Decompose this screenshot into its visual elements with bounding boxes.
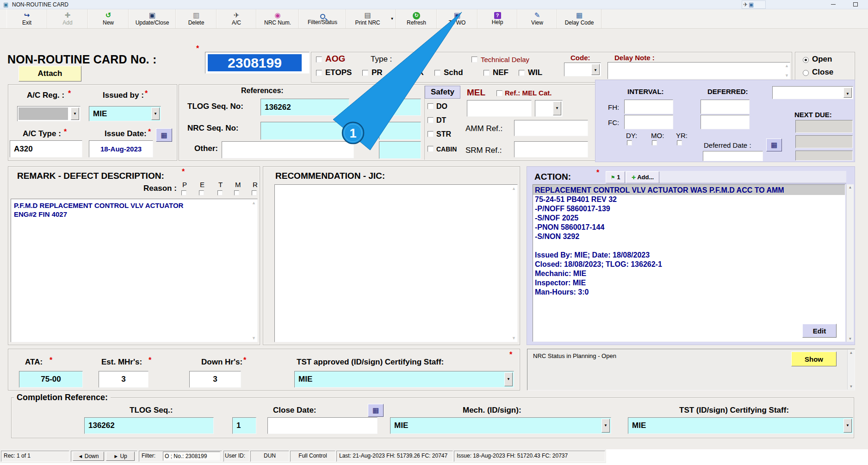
refresh-button[interactable]: ↻Refresh (396, 9, 437, 28)
mel-ref-checkbox[interactable] (496, 90, 502, 96)
open-radio[interactable] (803, 57, 809, 63)
attach-button[interactable]: Attach (19, 66, 81, 82)
scroll-up-hint-icon[interactable]: ▲ (252, 201, 256, 205)
ata-field[interactable]: 75-00 (19, 371, 83, 388)
deferred-date-field[interactable] (703, 151, 763, 161)
origin-field-2[interactable] (379, 122, 421, 140)
safety-dt-checkbox[interactable] (428, 117, 434, 123)
close-date-calendar-button[interactable]: ▦ (368, 404, 384, 417)
safety-do-checkbox[interactable] (428, 103, 434, 109)
maximize-button[interactable] (845, 0, 866, 9)
delay-code-button[interactable]: ▦Delay Code (557, 9, 601, 28)
view-button[interactable]: ✎View (517, 9, 557, 28)
delete-button[interactable]: ▥Delete (176, 9, 217, 28)
scroll-up-arrow[interactable]: ▲ (848, 351, 855, 355)
add-button[interactable]: ✚Add (47, 9, 88, 28)
deferred-fh-field[interactable] (701, 100, 750, 114)
ac-button[interactable]: ✈A/C (217, 9, 256, 28)
scroll-down-hint-icon[interactable]: ▼ (512, 336, 516, 340)
nrc-num-button[interactable]: ◉NRC Num. (256, 9, 299, 28)
mel-field[interactable] (467, 100, 532, 117)
tst-approved-combo-arrow[interactable]: ▼ (504, 372, 513, 386)
action-edit-button[interactable]: Edit (802, 324, 837, 338)
srm-ref-field[interactable] (514, 141, 588, 157)
pr-checkbox[interactable] (362, 70, 368, 76)
nrc-seq-field[interactable] (260, 122, 368, 140)
scroll-down-hint-icon[interactable]: ▼ (252, 336, 256, 340)
ac-reg-combo-arrow[interactable]: ▼ (71, 107, 79, 120)
reason-r-checkbox[interactable] (252, 190, 257, 195)
exit-button[interactable]: ↪Exit (6, 9, 47, 28)
reason-m-checkbox[interactable] (234, 190, 239, 195)
mech-combo-arrow[interactable]: ▼ (601, 419, 610, 433)
aircraft-tool-icon[interactable]: ✈ (743, 1, 748, 8)
scroll-down-arrow[interactable]: ▼ (848, 384, 855, 389)
print-nrc-dropdown[interactable]: ▼ (389, 9, 396, 28)
interval-fh-field[interactable] (624, 100, 673, 114)
completion-seq-field[interactable]: 1 (232, 417, 256, 434)
completion-tst-combo-arrow[interactable]: ▼ (843, 419, 852, 433)
other-seq-field[interactable] (379, 141, 421, 159)
issued-by-combo-arrow[interactable]: ▼ (151, 107, 160, 120)
aog-checkbox[interactable] (316, 57, 322, 63)
issue-date-calendar-button[interactable]: ▦ (156, 128, 172, 142)
technical-delay-checkbox[interactable] (471, 57, 477, 63)
print-nrc-button[interactable]: ▤Print NRC (346, 9, 389, 28)
wil-checkbox[interactable] (519, 70, 525, 76)
planning-scrollbar[interactable]: ▲ ▼ (847, 350, 855, 390)
origin-field-1[interactable] (379, 99, 421, 116)
delay-code-combo[interactable]: ▼ (564, 63, 601, 76)
yr-checkbox[interactable] (677, 140, 682, 145)
mo-checkbox[interactable] (652, 140, 657, 145)
mel-cat-combo-arrow[interactable]: ▼ (553, 101, 561, 115)
mx-checkbox[interactable]: ✓ (403, 70, 409, 76)
mel-cat-combo[interactable]: ▼ (535, 100, 563, 117)
reason-e-checkbox[interactable] (199, 190, 204, 195)
close-radio[interactable] (803, 70, 809, 76)
action-add-tab[interactable]: ✚ Add... (626, 171, 659, 183)
recommendation-textarea[interactable]: ▲ ▼ (274, 184, 518, 342)
completion-tst-combo[interactable]: MIE ▼ (628, 417, 853, 434)
ac-type-field[interactable]: A320 (10, 140, 82, 157)
help-button[interactable]: ?Help (477, 9, 517, 28)
tlog-seq-field[interactable]: 136262 (260, 99, 349, 116)
deferred-date-calendar-button[interactable]: ▦ (766, 138, 782, 151)
window-tool-icon[interactable]: ▣ (749, 1, 754, 8)
deferred-type-combo[interactable]: ▼ (772, 86, 853, 99)
tst-approved-combo[interactable]: MIE ▼ (294, 371, 514, 388)
deferred-type-combo-arrow[interactable]: ▼ (843, 88, 852, 98)
etops-checkbox[interactable] (316, 70, 322, 76)
action-textarea[interactable]: REPLACEMENT CONTROL VLV ACTUATOR WAS P.F… (533, 184, 845, 342)
update-close-button[interactable]: ▣Update/Close (129, 9, 176, 28)
close-date-field[interactable] (267, 417, 378, 434)
completion-tlog-field[interactable]: 136262 (84, 417, 214, 434)
issue-date-field[interactable]: 18-Aug-2023 (89, 140, 153, 157)
delay-note-field[interactable]: ▲ ▼ (608, 62, 790, 79)
reason-p-checkbox[interactable] (181, 190, 186, 195)
issued-by-combo[interactable]: MIE ▼ (89, 106, 161, 121)
action-scrollbar[interactable]: ▲ ▼ (846, 184, 854, 342)
action-tab-1[interactable]: ⚑ 1 (606, 171, 625, 183)
amm-ref-field[interactable] (514, 120, 588, 136)
show-button[interactable]: Show (791, 352, 837, 366)
card-number-field[interactable]: 2308199 (205, 52, 310, 74)
to-wo-button[interactable]: ▣To WO (437, 9, 477, 28)
scroll-down-arrow[interactable]: ▼ (847, 337, 854, 341)
filter-status-button[interactable]: Filter/Status (299, 9, 346, 28)
mech-combo[interactable]: MIE ▼ (390, 417, 611, 434)
scroll-up-hint-icon[interactable]: ▲ (512, 186, 516, 191)
safety-cabin-checkbox[interactable] (428, 146, 434, 152)
other-field[interactable] (222, 141, 354, 158)
record-down-button[interactable]: ◄ Down (73, 452, 104, 461)
delay-code-combo-arrow[interactable]: ▼ (591, 64, 600, 75)
deferred-fc-field[interactable] (701, 115, 750, 129)
down-hrs-field[interactable]: 3 (189, 371, 241, 388)
schd-checkbox[interactable] (434, 70, 440, 76)
interval-fc-field[interactable] (624, 115, 673, 129)
est-mhrs-field[interactable]: 3 (99, 371, 149, 388)
record-up-button[interactable]: ► Up (106, 452, 135, 461)
reason-t-checkbox[interactable] (217, 190, 223, 195)
scroll-up-arrow[interactable]: ▲ (847, 185, 854, 189)
nef-checkbox[interactable] (484, 70, 490, 76)
dy-checkbox[interactable] (627, 140, 632, 145)
